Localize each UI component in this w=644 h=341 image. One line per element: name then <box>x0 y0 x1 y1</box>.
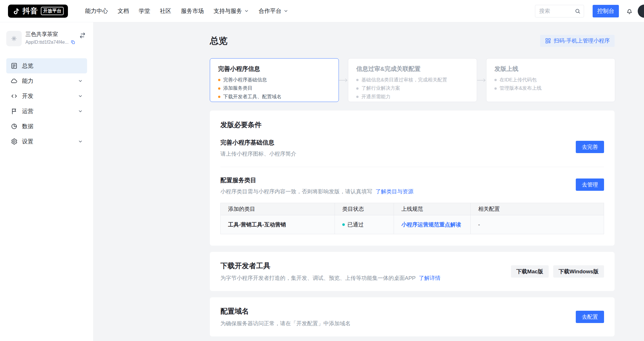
pending-dot <box>494 87 497 90</box>
sidebar-item-label: 设置 <box>22 138 33 145</box>
status-badge: 已通过 <box>342 221 364 228</box>
search-box[interactable] <box>535 5 584 17</box>
devtools-actions: 下载Mac版 下载Windows版 <box>511 265 604 278</box>
chevron-down-icon <box>78 79 83 83</box>
category-resources-link[interactable]: 了解类目与资源 <box>375 188 413 194</box>
domain-card: 配置域名 为确保服务器访问正常，请在「开发配置」中添加域名 去配置 <box>210 297 615 336</box>
switch-app-icon[interactable] <box>79 32 86 39</box>
download-windows-button[interactable]: 下载Windows版 <box>553 265 604 278</box>
qr-manage-label: 扫码-手机上管理小程序 <box>554 37 610 45</box>
nav-item-partner-platform[interactable]: 合作平台 <box>259 7 288 15</box>
sidebar: 三色共享茶室 AppID:ttd1f2a74f4e... 总览 能力 <box>0 22 94 341</box>
sidebar-item-label: 开发 <box>22 92 33 100</box>
step-card-review-config: 信息过审&完成关联配置 基础信息&类目通过审核，完成相关配置 了解行业解决方案 … <box>348 58 477 102</box>
sidebar-item-label: 数据 <box>22 123 33 130</box>
pending-dot <box>356 96 359 98</box>
search-icon[interactable] <box>575 8 581 14</box>
guideline-link[interactable]: 小程序运营规范重点解读 <box>401 222 461 228</box>
domain-title: 配置域名 <box>220 306 351 316</box>
gear-icon <box>11 138 18 145</box>
bell-icon[interactable] <box>626 7 633 15</box>
sidebar-item-settings[interactable]: 设置 <box>6 134 87 149</box>
douyin-note-icon <box>12 7 20 15</box>
chevron-down-icon <box>244 9 249 13</box>
copy-icon[interactable] <box>71 40 75 45</box>
pending-dot <box>356 87 359 90</box>
step-card-release: 发版上线 在IDE上传代码包 管理版本&发布上线 <box>486 58 615 102</box>
learn-more-link[interactable]: 了解详情 <box>419 275 440 281</box>
domain-text: 配置域名 为确保服务器访问正常，请在「开发配置」中添加域名 <box>220 306 351 327</box>
pie-chart-icon <box>11 123 18 130</box>
code-icon <box>11 93 18 100</box>
todo-dot <box>218 79 220 81</box>
nav-item-service-market[interactable]: 服务市场 <box>181 7 204 15</box>
col-header-category: 添加的类目 <box>221 203 335 215</box>
sidebar-item-label: 能力 <box>22 77 33 85</box>
category-table: 添加的类目 类目状态 上线规范 相关配置 工具-营销工具-互动营销 已通过 <box>220 203 604 234</box>
devtools-text: 下载开发者工具 为字节小程序开发者打造的，集开发、调试、预览、上传等功能集一体的… <box>220 261 440 282</box>
devtools-title: 下载开发者工具 <box>220 261 440 270</box>
chevron-down-icon <box>78 139 83 144</box>
pending-dot <box>356 79 359 81</box>
app-avatar <box>6 31 22 46</box>
console-button[interactable]: 控制台 <box>593 5 619 17</box>
chevron-down-icon <box>78 94 83 99</box>
nav-item-community[interactable]: 社区 <box>160 7 171 15</box>
sidebar-item-develop[interactable]: 开发 <box>6 89 87 104</box>
onboarding-steps: 完善小程序信息 完善小程序基础信息 添加服务类目 下载开发者工具、配置域名 信息… <box>210 58 615 102</box>
sidebar-item-ability[interactable]: 能力 <box>6 73 87 89</box>
chevron-down-icon <box>78 109 83 114</box>
release-requirements-card: 发版必要条件 完善小程序基础信息 请上传小程序图标、小程序简介 去完善 配置服务… <box>210 111 615 246</box>
col-header-status: 类目状态 <box>335 203 394 215</box>
logo-brand-text: 抖音 <box>23 6 38 16</box>
sidebar-item-operate[interactable]: 运营 <box>6 104 87 119</box>
arrow-right-icon <box>339 58 348 102</box>
divider <box>220 167 604 167</box>
nav-item-support[interactable]: 支持与服务 <box>214 7 249 15</box>
configure-domain-button[interactable]: 去配置 <box>576 311 604 323</box>
devtools-card: 下载开发者工具 为字节小程序开发者打造的，集开发、调试、预览、上传等功能集一体的… <box>210 252 615 291</box>
todo-dot <box>218 96 220 98</box>
page-header: 总览 扫码-手机上管理小程序 <box>210 35 615 47</box>
col-header-config: 相关配置 <box>471 203 604 215</box>
nav-item-academy[interactable]: 学堂 <box>139 7 150 15</box>
sidebar-menu: 总览 能力 开发 运营 数据 <box>0 58 93 149</box>
qr-code-icon <box>545 38 551 44</box>
sidebar-item-label: 总览 <box>22 62 33 70</box>
step-card-complete-info: 完善小程序信息 完善小程序基础信息 添加服务类目 下载开发者工具、配置域名 <box>210 58 339 102</box>
complete-info-button[interactable]: 去完善 <box>576 141 604 153</box>
app-id: AppID:ttd1f2a74f4e... <box>25 40 69 45</box>
journal-icon <box>11 62 18 69</box>
arrow-right-icon <box>477 58 486 102</box>
requirements-title: 发版必要条件 <box>220 120 604 129</box>
chevron-down-icon <box>283 9 288 13</box>
download-mac-button[interactable]: 下载Mac版 <box>511 265 549 278</box>
status-pass-dot <box>342 223 345 226</box>
topbar-right: 控制台 <box>535 0 644 22</box>
app-info: 三色共享茶室 AppID:ttd1f2a74f4e... <box>0 22 93 46</box>
cloud-icon <box>11 77 18 85</box>
manage-category-button[interactable]: 去管理 <box>576 178 604 191</box>
section-basic-info: 完善小程序基础信息 请上传小程序图标、小程序简介 去完善 <box>220 139 604 158</box>
category-cell: 工具-营销工具-互动营销 <box>221 215 335 234</box>
douyin-logo[interactable]: 抖音 开放平台 <box>8 5 68 18</box>
nav-item-docs[interactable]: 文档 <box>118 7 129 15</box>
page-title: 总览 <box>210 35 228 47</box>
top-nav-menu: 能力中心 文档 学堂 社区 服务市场 支持与服务 合作平台 <box>85 7 288 15</box>
flag-icon <box>11 108 18 115</box>
todo-dot <box>218 87 220 90</box>
content: 总览 扫码-手机上管理小程序 完善小程序信息 完善小程序基础信息 添加服务类目 … <box>210 22 615 336</box>
top-navbar: 抖音 开放平台 能力中心 文档 学堂 社区 服务市场 支持与服务 合作平台 控制… <box>0 0 644 22</box>
table-row: 工具-营销工具-互动营销 已通过 小程序运营规范重点解读 - <box>221 215 604 234</box>
nav-item-ability-center[interactable]: 能力中心 <box>85 7 108 15</box>
section-service-category: 配置服务类目 小程序类目需与小程序内容一致，否则将影响发版，请认真填写 了解类目… <box>220 176 604 195</box>
avatar[interactable] <box>638 5 644 18</box>
sidebar-item-overview[interactable]: 总览 <box>6 58 87 73</box>
sidebar-item-label: 运营 <box>22 107 33 115</box>
sidebar-item-data[interactable]: 数据 <box>6 119 87 134</box>
pending-dot <box>494 79 497 81</box>
qr-manage-button[interactable]: 扫码-手机上管理小程序 <box>540 35 615 47</box>
logo-platform-text: 开放平台 <box>41 7 64 15</box>
col-header-guideline: 上线规范 <box>394 203 471 215</box>
config-cell: - <box>471 215 604 234</box>
